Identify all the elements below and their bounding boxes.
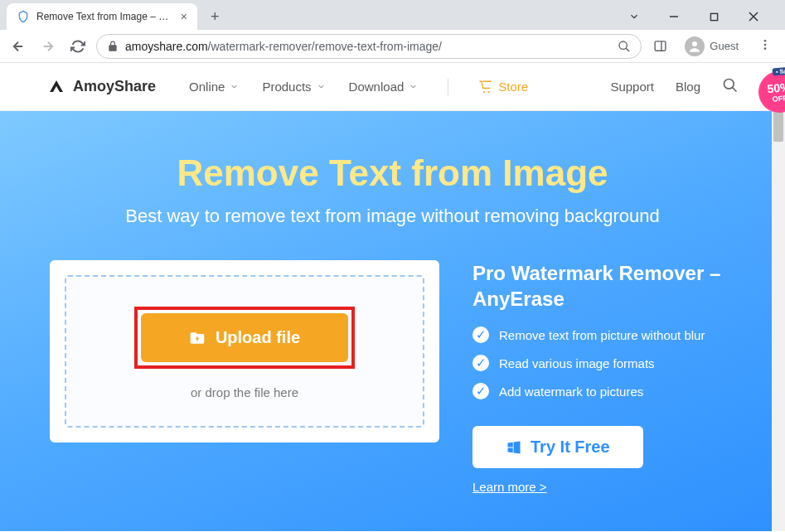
drop-text: or drop the file here <box>91 385 398 399</box>
svg-point-7 <box>692 41 697 46</box>
svg-point-8 <box>764 40 767 42</box>
feature-item: ✓Remove text from picture without blur <box>472 326 735 343</box>
back-button[interactable] <box>7 35 30 58</box>
logo-icon <box>46 77 66 97</box>
features-panel: Pro Watermark Remover – AnyErase ✓Remove… <box>472 260 735 495</box>
svg-point-10 <box>764 47 767 50</box>
browser-tab[interactable]: Remove Text from Image – Delet × <box>7 3 197 30</box>
hero-title: Remove Text from Image <box>50 152 735 194</box>
tab-title: Remove Text from Image – Delet <box>36 11 174 22</box>
check-icon: ✓ <box>472 383 489 399</box>
windows-icon <box>506 439 522 456</box>
nav-products[interactable]: Products <box>262 80 325 94</box>
nav-support[interactable]: Support <box>610 80 654 94</box>
nav-store[interactable]: Store <box>478 80 528 94</box>
svg-point-4 <box>619 41 627 49</box>
nav-online[interactable]: Online <box>189 80 239 94</box>
svg-point-9 <box>764 43 767 46</box>
feature-item: ✓Read various image formats <box>472 355 735 371</box>
nav-separator <box>448 79 448 95</box>
tab-close-icon[interactable]: × <box>181 10 187 23</box>
sale-badge[interactable]: • Sale 50% OFF <box>757 70 785 114</box>
maximize-button[interactable] <box>699 5 729 28</box>
svg-rect-1 <box>710 13 717 20</box>
browser-toolbar: amoyshare.com/watermark-remover/remove-t… <box>0 30 785 63</box>
tab-bar: Remove Text from Image – Delet × + <box>0 0 785 30</box>
site-header: AmoyShare Online Products Download Store… <box>0 63 785 111</box>
hero-section: Remove Text from Image Best way to remov… <box>0 111 785 531</box>
sale-tag: • Sale <box>773 66 785 75</box>
learn-more-link[interactable]: Learn more > <box>472 480 547 494</box>
features-title: Pro Watermark Remover – AnyErase <box>472 260 735 312</box>
check-icon: ✓ <box>472 355 489 371</box>
upload-file-button[interactable]: Upload file <box>141 313 348 362</box>
search-in-bar-icon[interactable] <box>618 40 631 53</box>
guest-label: Guest <box>710 40 739 52</box>
upload-dropzone[interactable]: Upload file or drop the file here <box>65 275 424 428</box>
panel-icon[interactable] <box>648 35 671 58</box>
menu-button[interactable] <box>752 35 778 58</box>
minimize-button[interactable] <box>659 5 689 28</box>
check-icon: ✓ <box>472 326 489 343</box>
upload-icon <box>189 330 206 346</box>
try-free-button[interactable]: Try It Free <box>472 426 643 468</box>
url-text: amoyshare.com/watermark-remover/remove-t… <box>125 40 611 53</box>
sale-percent: 50% <box>767 80 785 95</box>
nav-blog[interactable]: Blog <box>676 80 700 94</box>
upload-highlight: Upload file <box>134 307 355 369</box>
window-dropdown-icon[interactable] <box>619 5 649 28</box>
lock-icon <box>107 41 119 52</box>
favicon-icon <box>17 10 30 23</box>
svg-rect-5 <box>655 41 666 51</box>
feature-item: ✓Add watermark to pictures <box>472 383 735 399</box>
avatar-icon <box>685 36 705 56</box>
site-search-button[interactable] <box>722 77 739 97</box>
svg-point-11 <box>483 90 485 92</box>
svg-point-13 <box>724 79 734 89</box>
sale-off: OFF <box>772 94 785 104</box>
chevron-down-icon <box>409 82 418 91</box>
brand-logo[interactable]: AmoyShare <box>46 77 156 97</box>
nav-download[interactable]: Download <box>349 80 419 94</box>
chevron-down-icon <box>230 82 239 91</box>
address-bar[interactable]: amoyshare.com/watermark-remover/remove-t… <box>96 34 642 59</box>
scrollbar[interactable] <box>772 63 785 531</box>
reload-button[interactable] <box>66 35 90 58</box>
guest-profile[interactable]: Guest <box>678 33 745 60</box>
brand-name: AmoyShare <box>73 78 156 95</box>
forward-button[interactable] <box>36 35 60 58</box>
new-tab-button[interactable]: + <box>204 5 226 29</box>
svg-point-12 <box>488 90 490 92</box>
cart-icon <box>478 80 493 94</box>
upload-panel: Upload file or drop the file here <box>50 260 439 443</box>
hero-subtitle: Best way to remove text from image witho… <box>50 206 735 227</box>
window-controls <box>619 5 778 28</box>
chevron-down-icon <box>317 82 326 91</box>
close-window-button[interactable] <box>739 5 768 28</box>
